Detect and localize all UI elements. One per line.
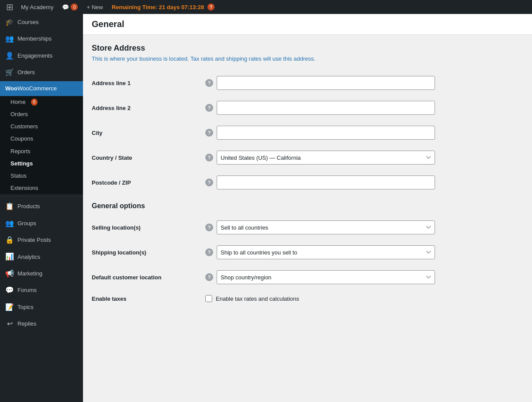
country-help[interactable]: ? [205, 154, 213, 161]
shipping-locations-label: Shipping location(s) [92, 249, 205, 256]
selling-locations-help[interactable]: ? [205, 223, 213, 231]
sidebar-item-topics[interactable]: 📝 Topics [0, 299, 83, 316]
address-line2-input-wrapper: ? [205, 101, 523, 115]
postcode-field[interactable] [217, 175, 435, 189]
postcode-input-wrapper: ? [205, 175, 523, 189]
postcode-help[interactable]: ? [205, 179, 213, 186]
postcode-label: Postcode / ZIP [92, 179, 205, 186]
sidebar-item-woocommerce[interactable]: Woo WooCommerce [0, 81, 83, 96]
sidebar-subitem-settings[interactable]: Settings [0, 158, 83, 170]
city-row: City ? [92, 120, 523, 145]
general-options-title: General options [92, 202, 523, 210]
sidebar: 🎓 Courses 👥 Memberships 👤 Engagements 🛒 … [0, 14, 83, 402]
store-address-title: Store Address [92, 44, 523, 53]
store-address-section: Store Address This is where your busines… [92, 44, 523, 195]
sidebar-subitem-reports[interactable]: Reports [0, 145, 83, 158]
sidebar-item-replies[interactable]: ↩ Replies [0, 316, 83, 332]
sidebar-item-label: Engagements [17, 52, 52, 60]
default-customer-label: Default customer location [92, 274, 205, 281]
country-row: Country / State ? United States (US) — C… [92, 145, 523, 170]
sidebar-item-products[interactable]: 📋 Products [0, 198, 83, 215]
postcode-row: Postcode / ZIP ? [92, 170, 523, 195]
sidebar-subitem-orders[interactable]: Orders [0, 108, 83, 120]
address-line1-field[interactable] [217, 76, 435, 90]
comments-badge: 0 [71, 3, 78, 10]
forums-icon: 💬 [5, 285, 14, 295]
default-customer-help[interactable]: ? [205, 273, 213, 281]
country-select[interactable]: United States (US) — California [217, 151, 435, 165]
selling-locations-label: Selling location(s) [92, 224, 205, 231]
sidebar-subitem-coupons[interactable]: Coupons [0, 133, 83, 145]
home-badge: 6 [31, 99, 38, 106]
shipping-locations-select[interactable]: Ship to all countries you sell to [217, 245, 435, 259]
default-customer-input-wrapper: ? Shop country/region [205, 270, 523, 284]
address-line2-label: Address line 2 [92, 105, 205, 111]
shipping-locations-row: Shipping location(s) ? Ship to all count… [92, 240, 523, 265]
groups-icon: 👥 [5, 219, 14, 228]
enable-taxes-checkbox[interactable] [205, 295, 212, 302]
sidebar-item-marketing[interactable]: 📢 Marketing [0, 265, 83, 282]
city-field[interactable] [217, 126, 435, 140]
comments-button[interactable]: 💬 0 [59, 0, 81, 14]
store-address-desc: This is where your business is located. … [92, 55, 523, 62]
address-line2-help[interactable]: ? [205, 104, 213, 112]
sidebar-subitem-extensions[interactable]: Extensions [0, 182, 83, 194]
sidebar-item-forums[interactable]: 💬 Forums [0, 282, 83, 299]
city-help[interactable]: ? [205, 129, 213, 137]
help-button[interactable]: ? [207, 3, 214, 10]
main-layout: 🎓 Courses 👥 Memberships 👤 Engagements 🛒 … [0, 14, 532, 402]
selling-locations-row: Selling location(s) ? Sell to all countr… [92, 215, 523, 240]
sidebar-item-label: Orders [17, 69, 35, 76]
woocommerce-label: WooCommerce [17, 85, 57, 93]
new-button[interactable]: + New [83, 0, 106, 14]
sidebar-subitem-status[interactable]: Status [0, 170, 83, 182]
wp-logo[interactable]: ⊞ [3, 1, 16, 13]
marketing-icon: 📢 [5, 269, 14, 278]
country-input-wrapper: ? United States (US) — California [205, 151, 523, 165]
home-label: Home [10, 98, 26, 106]
courses-icon: 🎓 [5, 17, 14, 27]
sidebar-item-memberships[interactable]: 👥 Memberships [0, 31, 83, 47]
replies-icon: ↩ [5, 319, 14, 329]
sidebar-subitem-customers[interactable]: Customers [0, 120, 83, 133]
topics-icon: 📝 [5, 302, 14, 312]
country-label: Country / State [92, 155, 205, 161]
enable-taxes-row: Enable taxes Enable tax rates and calcul… [92, 290, 523, 308]
default-customer-select[interactable]: Shop country/region [217, 270, 435, 284]
sidebar-item-engagements[interactable]: 👤 Engagements [0, 48, 83, 64]
content-header: General [83, 14, 532, 35]
address-line1-label: Address line 1 [92, 80, 205, 86]
sidebar-item-analytics[interactable]: 📊 Analytics [0, 248, 83, 265]
enable-taxes-checkbox-label: Enable tax rates and calculations [216, 295, 299, 302]
shipping-locations-input-wrapper: ? Ship to all countries you sell to [205, 245, 523, 259]
content-body: Store Address This is where your busines… [83, 35, 532, 316]
selling-locations-select[interactable]: Sell to all countries [217, 220, 435, 234]
default-customer-row: Default customer location ? Shop country… [92, 265, 523, 290]
sidebar-item-label: Courses [17, 18, 38, 26]
address-line1-help[interactable]: ? [205, 79, 213, 87]
shipping-locations-help[interactable]: ? [205, 248, 213, 256]
timer-display: Remaining Time: 21 days 07:13:28 [112, 4, 204, 10]
admin-bar: ⊞ My Academy 💬 0 + New Remaining Time: 2… [0, 0, 532, 14]
sidebar-item-label: Memberships [17, 35, 52, 43]
site-name[interactable]: My Academy [17, 0, 57, 14]
sidebar-subitem-home[interactable]: Home 6 [0, 96, 83, 108]
engagements-icon: 👤 [5, 51, 14, 61]
selling-locations-input-wrapper: ? Sell to all countries [205, 220, 523, 234]
address-line1-row: Address line 1 ? [92, 71, 523, 96]
sidebar-item-private-posts[interactable]: 🔒 Private Posts [0, 232, 83, 248]
enable-taxes-input-wrapper: Enable tax rates and calculations [205, 295, 523, 302]
analytics-icon: 📊 [5, 252, 14, 261]
products-icon: 📋 [5, 202, 14, 211]
page-title: General [92, 19, 523, 29]
sidebar-item-groups[interactable]: 👥 Groups [0, 215, 83, 232]
content-area: General Store Address This is where your… [83, 14, 532, 402]
sidebar-divider [0, 196, 83, 196]
orders-icon: 🛒 [5, 68, 14, 77]
sidebar-item-orders[interactable]: 🛒 Orders [0, 64, 83, 81]
sidebar-item-courses[interactable]: 🎓 Courses [0, 14, 83, 31]
city-label: City [92, 130, 205, 136]
address-line2-field[interactable] [217, 101, 435, 115]
general-options-section: General options Selling location(s) ? Se… [92, 202, 523, 308]
address-line2-row: Address line 2 ? [92, 96, 523, 120]
